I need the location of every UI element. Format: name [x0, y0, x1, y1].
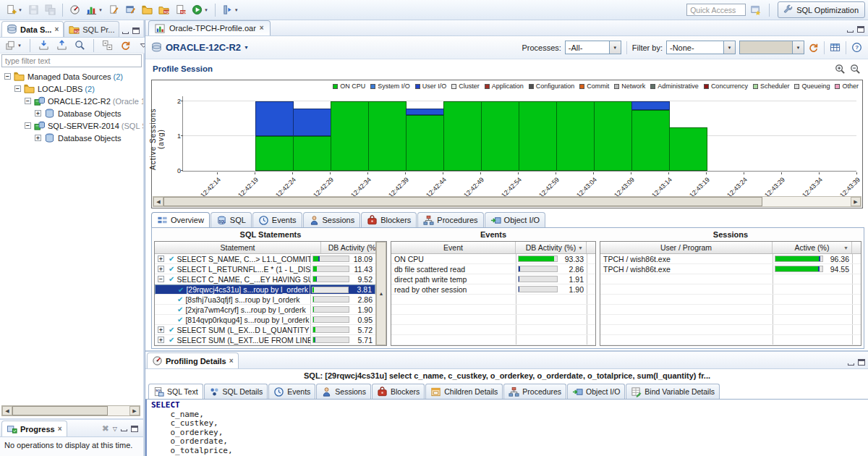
- profile-config-button[interactable]: ▼: [219, 2, 242, 17]
- tab-sessions[interactable]: Sessions: [316, 384, 371, 399]
- collapse-icon[interactable]: −: [25, 98, 31, 104]
- maximize-icon[interactable]: [857, 26, 864, 33]
- edit-profile-button[interactable]: [106, 2, 122, 17]
- tab-overview[interactable]: Overview: [151, 212, 210, 227]
- explorer-hscrollbar[interactable]: ◀ ▶: [1, 405, 140, 416]
- close-icon[interactable]: ×: [229, 358, 234, 365]
- open-perspective-icon[interactable]: [750, 4, 761, 15]
- tab-object-i-o[interactable]: Object I/O: [485, 212, 546, 227]
- minimize-icon[interactable]: [121, 429, 127, 431]
- tree-item-database-objects[interactable]: + Database Objects: [0, 107, 143, 119]
- run-button[interactable]: ▼: [189, 2, 211, 17]
- collapse-all-button[interactable]: [99, 38, 116, 53]
- tree-item-database-objects[interactable]: + Database Objects: [0, 132, 143, 144]
- tab-blockers[interactable]: Blockers: [361, 212, 417, 227]
- close-icon[interactable]: ×: [58, 426, 62, 433]
- tab-object-i-o[interactable]: Object I/O: [567, 384, 625, 399]
- close-icon[interactable]: ×: [260, 25, 264, 32]
- table-row[interactable]: ✔[29rqwcj4cs31u] s...roup by l_orderk 3.…: [155, 284, 375, 295]
- sql-optimization-perspective-button[interactable]: SQL Optimization: [778, 1, 865, 18]
- expand-icon[interactable]: +: [35, 110, 41, 117]
- tab-events[interactable]: Events: [252, 212, 302, 227]
- scroll-up-icon[interactable]: ▲: [376, 242, 386, 345]
- table-view-icon[interactable]: [830, 42, 841, 53]
- table-row[interactable]: +✔SELECT SUM (L_EXT...UE FROM LINEITEM 5…: [155, 335, 375, 345]
- table-row[interactable]: ✔[814qvp0rkqug4] s...roup by l_orderk 0.…: [155, 315, 375, 325]
- table-row[interactable]: db file scattered read 2.86: [391, 264, 595, 274]
- open-sql-project-button[interactable]: SQL: [156, 2, 172, 17]
- import-button[interactable]: [35, 38, 52, 53]
- tree-item-oracle-12c-r2[interactable]: − ORACLE-12C-R2 (Oracle 12.2.: [0, 95, 143, 107]
- scroll-left-icon[interactable]: ◀: [153, 197, 163, 206]
- collapse-icon[interactable]: −: [25, 122, 31, 129]
- table-row[interactable]: +✔SELECT SUM (L_EX...D L_QUANTITY <= 5.7…: [155, 325, 375, 335]
- cancel-operation-icon[interactable]: ✖: [102, 423, 109, 434]
- zoom-out-icon[interactable]: [850, 64, 861, 75]
- column-header[interactable]: Active (%)▼: [773, 242, 852, 253]
- minimize-icon[interactable]: [848, 363, 854, 366]
- scroll-left-icon[interactable]: ◀: [2, 406, 12, 415]
- minimize-icon[interactable]: [122, 32, 129, 34]
- tab-events[interactable]: Events: [268, 384, 315, 399]
- refresh-button[interactable]: [117, 38, 134, 53]
- tab-procedures[interactable]: Procedures: [503, 384, 566, 399]
- maximize-icon[interactable]: [858, 359, 865, 366]
- table-row[interactable]: +✔SELECT L_RETURNFL...E * (1 - L_DISCO 1…: [155, 264, 375, 274]
- tab-sql-project-explorer[interactable]: SQL SQL Pr...: [64, 21, 119, 37]
- table-row[interactable]: ✔[8sfhj7ua3qfjf] s...roup by l_orderk 2.…: [155, 295, 375, 305]
- open-folder-button[interactable]: [139, 2, 156, 17]
- scroll-right-icon[interactable]: ▶: [129, 406, 140, 415]
- tree-item-sql-server-2014[interactable]: − SQL-SERVER-2014 (SQL Server: [0, 119, 143, 132]
- sql-text-editor[interactable]: SELECT c_name, c_custkey, o_orderkey, o_…: [145, 400, 868, 456]
- expand-icon[interactable]: +: [158, 326, 164, 333]
- new-chart-button[interactable]: ▼: [83, 2, 106, 17]
- zoom-in-icon[interactable]: [835, 64, 846, 75]
- column-header[interactable]: User / Program: [600, 242, 773, 253]
- tab-bind-variable-details[interactable]: Bind Variable Details: [626, 384, 720, 399]
- table-row[interactable]: TPCH / wish86t.exe 94.55: [600, 264, 861, 274]
- profile-button[interactable]: [67, 2, 83, 17]
- expand-icon[interactable]: +: [35, 135, 41, 141]
- column-header[interactable]: Event: [391, 242, 516, 253]
- collapse-icon[interactable]: −: [4, 73, 11, 80]
- table-row[interactable]: ON CPU 93.33: [391, 254, 595, 264]
- close-icon[interactable]: ×: [54, 26, 59, 33]
- column-header[interactable]: DB Activity (%)▼: [516, 242, 587, 253]
- tab-children-details[interactable]: Children Details: [425, 384, 503, 399]
- datasource-title[interactable]: ORACLE-12C-R2: [166, 42, 241, 53]
- expand-icon[interactable]: +: [158, 266, 164, 272]
- chart-hscrollbar[interactable]: ◀ ▶: [153, 196, 861, 207]
- tab-oracle-tpch-profile[interactable]: Oracle-TPCH-Profile.oar ×: [148, 20, 271, 35]
- table-vscrollbar[interactable]: ▲ ▼: [375, 242, 386, 345]
- collapse-icon[interactable]: −: [14, 85, 21, 92]
- tree-item-local-dbs[interactable]: − LOCAL-DBS (2): [0, 83, 143, 95]
- column-header[interactable]: Statement: [155, 242, 321, 253]
- table-row[interactable]: TPCH / wish86t.exe 96.36: [600, 254, 861, 264]
- compare-window-button[interactable]: [122, 2, 139, 17]
- tab-sql[interactable]: SQLSQL: [210, 212, 252, 227]
- tune-sql-button[interactable]: SQL: [172, 2, 189, 17]
- quick-access-input[interactable]: [686, 4, 746, 16]
- table-row[interactable]: −✔SELECT C_NAME, C_...EY HAVING SUM (L 9…: [155, 274, 375, 284]
- expand-icon[interactable]: +: [158, 256, 164, 262]
- table-row[interactable]: read by other session 1.90: [391, 284, 595, 295]
- tab-sql-text[interactable]: SQLSQL Text: [148, 384, 203, 399]
- filter-by-select[interactable]: -None- ▼: [666, 41, 736, 54]
- tab-sessions[interactable]: Sessions: [303, 212, 361, 227]
- tree-item-managed-data-sources[interactable]: − Managed Data Sources (2): [0, 70, 143, 83]
- tab-progress[interactable]: Progress ×: [1, 421, 67, 436]
- collapse-icon[interactable]: −: [158, 276, 164, 282]
- maximize-icon[interactable]: [132, 28, 140, 34]
- maximize-icon[interactable]: [131, 426, 138, 432]
- scrollbar-thumb[interactable]: [12, 406, 108, 415]
- refresh-icon[interactable]: [808, 42, 819, 53]
- view-menu-icon[interactable]: ▽: [113, 426, 117, 432]
- tab-data-source-explorer[interactable]: Data S... ×: [1, 21, 64, 37]
- tab-blockers[interactable]: Blockers: [372, 384, 425, 399]
- discover-datasource-button[interactable]: [72, 38, 88, 53]
- table-row[interactable]: ✔[2xjra7wm4cryf] s...roup by l_orderk 1.…: [155, 305, 375, 315]
- table-row[interactable]: +✔SELECT S_NAME, C...> L1.L_COMMITDA 18.…: [155, 254, 375, 264]
- collapse-menu-button[interactable]: ▼: [2, 38, 25, 53]
- help-icon[interactable]: ?: [851, 42, 862, 53]
- tab-procedures[interactable]: Procedures: [417, 212, 483, 227]
